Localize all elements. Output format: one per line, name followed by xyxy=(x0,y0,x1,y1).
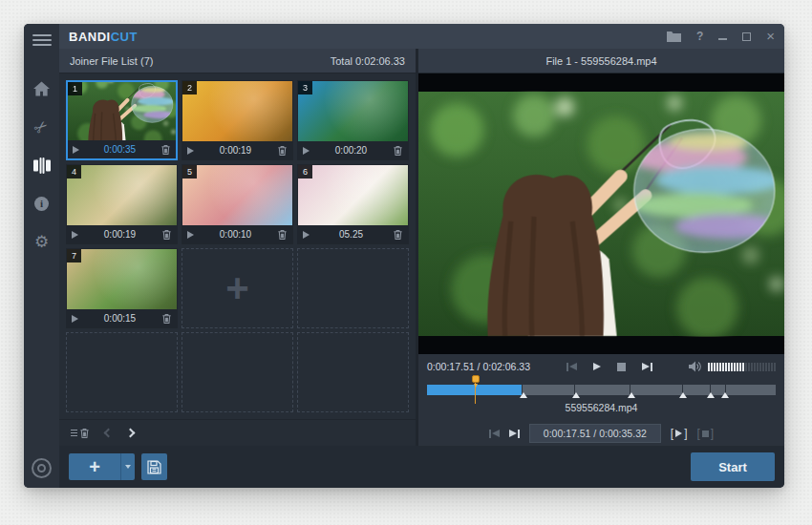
play-icon[interactable] xyxy=(73,146,79,154)
delete-button[interactable] xyxy=(161,313,172,325)
file-thumbnail[interactable]: 50:00:10 xyxy=(182,164,293,244)
segment-marker[interactable] xyxy=(679,392,687,398)
volume-bar xyxy=(759,363,761,371)
sidebar-item-info[interactable]: i xyxy=(24,184,59,222)
thumb-image xyxy=(298,165,408,225)
thumb-number-badge: 4 xyxy=(67,165,81,178)
file-thumbnail[interactable]: 70:00:15 xyxy=(66,248,178,328)
scissors-icon: ✂ xyxy=(32,116,53,137)
volume-control[interactable] xyxy=(689,361,776,372)
volume-bar xyxy=(765,363,767,371)
thumb-duration: 0:00:19 xyxy=(194,145,277,156)
next-frame-button[interactable] xyxy=(642,363,652,371)
volume-bar xyxy=(734,363,736,371)
thumb-duration: 0:00:15 xyxy=(78,313,161,324)
volume-bar xyxy=(722,363,724,371)
trash-icon xyxy=(79,428,90,439)
thumb-highlight xyxy=(67,249,177,309)
file-thumbnail[interactable]: 20:00:19 xyxy=(182,80,293,160)
clear-list-button[interactable] xyxy=(71,428,90,439)
delete-button[interactable] xyxy=(277,145,288,157)
empty-slot xyxy=(297,332,409,412)
bracket-close: ] xyxy=(711,427,714,440)
video-frame xyxy=(418,74,784,354)
maximize-button[interactable] xyxy=(742,28,751,45)
timeline-segment[interactable] xyxy=(630,385,682,395)
help-button[interactable]: ? xyxy=(696,28,703,45)
sidebar-item-settings[interactable]: ⚙ xyxy=(24,222,59,261)
save-list-button[interactable] xyxy=(141,453,167,480)
volume-bar xyxy=(762,363,764,371)
delete-button[interactable] xyxy=(277,229,288,241)
play-icon[interactable] xyxy=(187,147,194,155)
play-icon[interactable] xyxy=(72,315,78,323)
thumb-number-badge: 7 xyxy=(67,249,81,262)
volume-bar xyxy=(716,363,718,371)
delete-button[interactable] xyxy=(160,144,171,156)
playhead[interactable] xyxy=(475,375,476,404)
file-thumbnail[interactable]: 30:00:20 xyxy=(297,80,409,160)
delete-button[interactable] xyxy=(161,229,172,241)
list-icon xyxy=(71,428,77,438)
volume-bar xyxy=(771,363,773,371)
file-list-title: Joiner File List (7) xyxy=(70,55,153,67)
stop-button[interactable] xyxy=(617,363,626,371)
play-segment-button[interactable]: [] xyxy=(671,427,688,440)
file-thumbnail[interactable]: 605.25 xyxy=(297,164,409,244)
play-icon[interactable] xyxy=(187,231,194,239)
play-icon[interactable] xyxy=(72,231,78,239)
segment-next-button[interactable] xyxy=(509,430,520,438)
chevron-down-icon xyxy=(125,465,131,469)
volume-meter[interactable] xyxy=(708,363,776,371)
segment-marker[interactable] xyxy=(721,392,729,398)
start-button[interactable]: Start xyxy=(691,452,775,481)
segment-marker[interactable] xyxy=(707,392,715,398)
segment-marker[interactable] xyxy=(572,392,580,398)
volume-bar xyxy=(725,363,727,371)
preview-file-title: File 1 - 559556284.mp4 xyxy=(418,49,784,74)
record-button[interactable] xyxy=(32,458,52,478)
minimize-button[interactable] xyxy=(718,28,727,45)
segment-time-field[interactable]: 0:00:17.51 / 0:00:35.32 xyxy=(529,424,661,443)
play-button[interactable] xyxy=(593,363,601,370)
add-file-dropdown[interactable] xyxy=(120,453,135,480)
file-thumbnail[interactable]: 10:00:35 xyxy=(66,80,178,160)
segment-controls: 0:00:17.51 / 0:00:35.32 [] [] xyxy=(418,418,784,449)
volume-bar xyxy=(714,363,716,371)
thumb-highlight xyxy=(298,165,408,225)
thumb-image xyxy=(67,249,177,309)
sidebar-item-cut[interactable]: ✂ xyxy=(24,108,59,146)
stop-segment-button[interactable]: [] xyxy=(697,427,715,440)
segment-prev-button[interactable] xyxy=(489,430,500,438)
add-file-button[interactable]: + xyxy=(69,453,120,480)
menu-icon[interactable] xyxy=(32,32,52,49)
volume-bar xyxy=(745,363,747,371)
volume-bar xyxy=(711,363,713,371)
timeline[interactable] xyxy=(427,379,776,402)
timeline-segment[interactable] xyxy=(726,385,776,395)
thumb-number-badge: 3 xyxy=(298,81,312,94)
video-preview[interactable] xyxy=(418,74,784,354)
volume-bar xyxy=(751,363,753,371)
play-icon[interactable] xyxy=(303,231,310,239)
timeline-segment[interactable] xyxy=(523,385,574,395)
play-icon[interactable] xyxy=(303,147,310,155)
sidebar-item-home[interactable] xyxy=(24,70,59,108)
sidebar-item-join[interactable] xyxy=(24,146,59,184)
delete-button[interactable] xyxy=(393,145,403,157)
delete-button[interactable] xyxy=(393,229,403,241)
timeline-segment[interactable] xyxy=(575,385,630,395)
page-next-button[interactable] xyxy=(126,429,136,438)
file-thumbnail[interactable]: 40:00:19 xyxy=(66,164,178,244)
bracket-close: ] xyxy=(684,427,687,440)
add-file-slot[interactable]: + xyxy=(182,248,293,328)
prev-frame-button[interactable] xyxy=(566,363,577,371)
page-prev-button[interactable] xyxy=(104,429,114,438)
segment-marker[interactable] xyxy=(520,392,527,398)
close-button[interactable]: × xyxy=(766,28,775,45)
segment-marker[interactable] xyxy=(628,392,635,398)
minimize-icon xyxy=(718,38,727,40)
thumb-duration: 0:00:20 xyxy=(310,145,393,156)
bracket-open: [ xyxy=(671,427,673,440)
open-folder-button[interactable] xyxy=(667,28,681,45)
